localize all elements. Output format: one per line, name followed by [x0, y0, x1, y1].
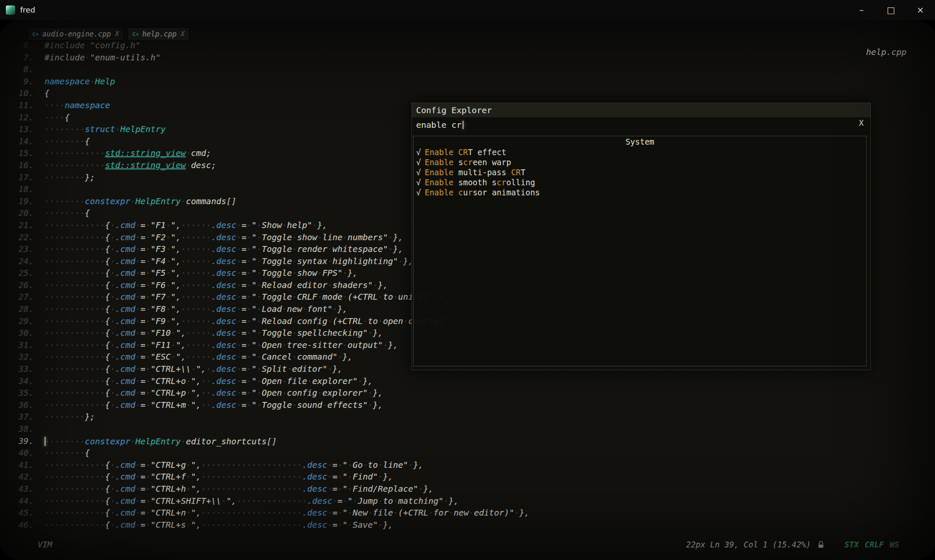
- titlebar: fred – □ ×: [0, 0, 935, 20]
- code-line[interactable]: 37.········};: [0, 411, 935, 423]
- config-item[interactable]: √Enable smooth scrolling: [414, 177, 866, 187]
- line-text: ············{·.cmd·=·"CTRL+p·",··.desc·=…: [44, 387, 383, 399]
- line-text: ············{·.cmd·=·"F1·",······.desc·=…: [44, 219, 327, 231]
- code-line[interactable]: 8.: [0, 63, 935, 75]
- line-text: ············{·.cmd·=·"F7·",······.desc·=…: [44, 291, 448, 303]
- code-line[interactable]: 43.············{·.cmd·=·"CTRL+h·",······…: [0, 483, 935, 495]
- line-number: 40.: [0, 447, 34, 459]
- cursor-position-status: 22px Ln 39, Col 1 (15.42%): [686, 540, 811, 549]
- config-item[interactable]: √Enable multi-pass CRT: [414, 167, 866, 177]
- status-flag-ws: WS: [890, 540, 899, 549]
- code-line[interactable]: 40.········{: [0, 447, 935, 459]
- line-text: ····{: [44, 111, 70, 124]
- cpp-file-icon: C+: [132, 31, 139, 37]
- status-flags: STXCRLFWS: [844, 540, 899, 549]
- line-number: 18.: [0, 183, 34, 195]
- code-line[interactable]: 9.namespace·Help: [0, 75, 935, 88]
- line-text: ············{·.cmd·=·"CTRL+m·",··.desc·=…: [44, 399, 383, 411]
- code-line[interactable]: 10.{: [0, 87, 935, 99]
- line-number: 19.: [0, 195, 34, 207]
- popup-close-icon[interactable]: X: [859, 118, 864, 127]
- config-item[interactable]: √Enable cursor animations: [414, 187, 866, 197]
- app-icon: [6, 5, 15, 15]
- close-button[interactable]: ×: [906, 0, 935, 20]
- code-line[interactable]: 7.#include·"enum-utils.h": [0, 52, 935, 64]
- minimize-button[interactable]: –: [847, 0, 876, 20]
- line-number: 9.: [0, 75, 34, 88]
- line-number: 22.: [0, 231, 34, 244]
- code-line[interactable]: 42.············{·.cmd·=·"CTRL+f·",······…: [0, 471, 935, 483]
- line-number: 45.: [0, 507, 34, 519]
- tab-label: help.cpp: [142, 30, 177, 38]
- line-number: 42.: [0, 471, 34, 483]
- tab-close-icon[interactable]: X: [115, 30, 119, 38]
- text-cursor: [44, 437, 46, 446]
- line-text: ············{·.cmd·=·"F5·",······.desc·=…: [44, 267, 358, 279]
- tab-help[interactable]: C+ help.cpp X: [128, 27, 189, 41]
- code-line[interactable]: 45.············{·.cmd·=·"CTRL+n·",······…: [0, 507, 935, 519]
- line-text: ············{·.cmd·=·"CTRL+n·",·········…: [44, 507, 529, 519]
- line-number: 44.: [0, 495, 34, 507]
- cpp-file-icon: C+: [32, 31, 39, 37]
- vim-mode-indicator: VIM: [38, 540, 52, 549]
- code-line[interactable]: 36.············{·.cmd·=·"CTRL+m·",··.des…: [0, 399, 935, 411]
- search-cursor: [463, 121, 464, 129]
- line-number: 43.: [0, 483, 34, 495]
- tab-audio-engine[interactable]: C+ audio-engine.cpp X: [28, 27, 123, 41]
- line-number: 37.: [0, 411, 34, 423]
- code-line[interactable]: 6.#include·"config.h": [0, 39, 935, 52]
- line-number: 25.: [0, 267, 34, 279]
- line-text: namespace·Help: [44, 75, 115, 88]
- config-item[interactable]: √Enable CRT effect: [414, 147, 866, 157]
- code-line[interactable]: 34.············{·.cmd·=·"CTRL+o·",··.des…: [0, 375, 935, 387]
- code-line[interactable]: 38.: [0, 423, 935, 435]
- line-number: 13.: [0, 123, 34, 135]
- line-number: 24.: [0, 255, 34, 267]
- tab-bar: C+ audio-engine.cpp X C+ help.cpp X: [28, 27, 189, 41]
- code-line[interactable]: 44.············{·.cmd·=·"CTRL+SHIFT+\\·"…: [0, 495, 935, 507]
- checkmark-icon: √: [416, 188, 421, 197]
- checkmark-icon: √: [416, 168, 421, 177]
- line-text: ········};: [44, 411, 95, 423]
- config-item-list: √Enable CRT effect√Enable screen warp√En…: [414, 147, 866, 197]
- code-line[interactable]: 41.············{·.cmd·=·"CTRL+g·",······…: [0, 459, 935, 471]
- config-search-input[interactable]: enable cr: [412, 118, 870, 132]
- line-text: ············{·.cmd·=·"CTRL+SHIFT+\\·",··…: [44, 495, 459, 507]
- line-number: 20.: [0, 207, 34, 219]
- line-text: ············{·.cmd·=·"CTRL+o·",··.desc·=…: [44, 375, 373, 387]
- line-number: 35.: [0, 387, 34, 399]
- line-number: 32.: [0, 351, 34, 363]
- line-text: ············{·.cmd·=·"CTRL+f·",·········…: [44, 471, 393, 483]
- line-text: ············{·.cmd·=·"CTRL+s·",·········…: [44, 519, 393, 531]
- line-text: ············{·.cmd·=·"F8·",······.desc·=…: [44, 303, 348, 315]
- line-number: 36.: [0, 399, 34, 411]
- line-number: 8.: [0, 63, 34, 75]
- line-number: 6.: [0, 39, 34, 52]
- line-text: ············{·.cmd·=·"ESC·",·····.desc·=…: [44, 351, 353, 363]
- line-text: ········{: [44, 447, 90, 459]
- line-number: 33.: [0, 363, 34, 375]
- line-text: ············std::string_view·cmd;: [44, 147, 211, 159]
- line-number: 41.: [0, 459, 34, 471]
- line-number: 7.: [0, 52, 34, 64]
- line-number: 23.: [0, 243, 34, 255]
- line-number: 29.: [0, 315, 34, 327]
- lock-icon: [817, 541, 825, 551]
- maximize-button[interactable]: □: [876, 0, 906, 20]
- line-text: ········struct·HelpEntry: [44, 123, 166, 135]
- code-line[interactable]: 46.············{·.cmd·=·"CTRL+s·",······…: [0, 519, 935, 531]
- status-bar: VIM 22px Ln 39, Col 1 (15.42%) STXCRLFWS: [0, 540, 935, 552]
- line-text: ············{·.cmd·=·"CTRL+h·",·········…: [44, 483, 433, 495]
- line-text: ········{: [44, 207, 90, 219]
- code-line[interactable]: 39.········constexpr·HelpEntry·editor_sh…: [0, 435, 935, 447]
- line-text: #include·"enum-utils.h": [44, 52, 161, 64]
- line-text: ············{·.cmd·=·"CTRL+\\·",·.desc·=…: [44, 363, 343, 375]
- line-text: ········constexpr·HelpEntry·editor_short…: [44, 435, 277, 447]
- line-number: 46.: [0, 519, 34, 531]
- line-text: ············{·.cmd·=·"F6·",······.desc·=…: [44, 279, 388, 291]
- code-line[interactable]: 35.············{·.cmd·=·"CTRL+p·",··.des…: [0, 387, 935, 399]
- line-text: ····namespace: [44, 99, 110, 111]
- config-item[interactable]: √Enable screen warp: [414, 157, 866, 167]
- line-number: 15.: [0, 147, 34, 159]
- tab-close-icon[interactable]: X: [181, 30, 185, 38]
